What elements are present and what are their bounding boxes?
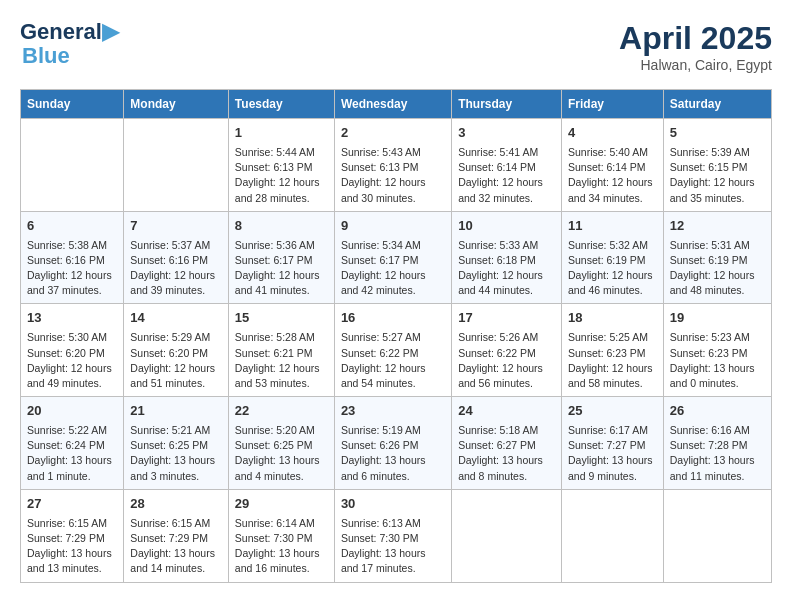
cell-sun-info: Sunrise: 5:30 AM Sunset: 6:20 PM Dayligh… [27,330,117,391]
calendar-cell: 22Sunrise: 5:20 AM Sunset: 6:25 PM Dayli… [228,397,334,490]
day-number: 23 [341,402,445,421]
calendar-cell: 20Sunrise: 5:22 AM Sunset: 6:24 PM Dayli… [21,397,124,490]
calendar-cell: 19Sunrise: 5:23 AM Sunset: 6:23 PM Dayli… [663,304,771,397]
calendar-cell: 28Sunrise: 6:15 AM Sunset: 7:29 PM Dayli… [124,489,229,582]
day-number: 13 [27,309,117,328]
calendar-cell: 5Sunrise: 5:39 AM Sunset: 6:15 PM Daylig… [663,119,771,212]
day-number: 30 [341,495,445,514]
calendar-cell [21,119,124,212]
cell-sun-info: Sunrise: 5:28 AM Sunset: 6:21 PM Dayligh… [235,330,328,391]
cell-sun-info: Sunrise: 5:40 AM Sunset: 6:14 PM Dayligh… [568,145,657,206]
cell-sun-info: Sunrise: 5:20 AM Sunset: 6:25 PM Dayligh… [235,423,328,484]
weekday-header: Wednesday [334,90,451,119]
cell-sun-info: Sunrise: 5:23 AM Sunset: 6:23 PM Dayligh… [670,330,765,391]
logo-blue: Blue [22,44,119,68]
calendar-cell [124,119,229,212]
cell-sun-info: Sunrise: 6:14 AM Sunset: 7:30 PM Dayligh… [235,516,328,577]
day-number: 1 [235,124,328,143]
calendar-cell: 11Sunrise: 5:32 AM Sunset: 6:19 PM Dayli… [561,211,663,304]
weekday-header: Sunday [21,90,124,119]
cell-sun-info: Sunrise: 5:32 AM Sunset: 6:19 PM Dayligh… [568,238,657,299]
calendar-cell: 27Sunrise: 6:15 AM Sunset: 7:29 PM Dayli… [21,489,124,582]
day-number: 28 [130,495,222,514]
day-number: 8 [235,217,328,236]
calendar-cell: 6Sunrise: 5:38 AM Sunset: 6:16 PM Daylig… [21,211,124,304]
weekday-header: Tuesday [228,90,334,119]
cell-sun-info: Sunrise: 5:18 AM Sunset: 6:27 PM Dayligh… [458,423,555,484]
calendar-cell: 12Sunrise: 5:31 AM Sunset: 6:19 PM Dayli… [663,211,771,304]
calendar-cell: 25Sunrise: 6:17 AM Sunset: 7:27 PM Dayli… [561,397,663,490]
cell-sun-info: Sunrise: 5:19 AM Sunset: 6:26 PM Dayligh… [341,423,445,484]
day-number: 19 [670,309,765,328]
calendar-cell: 13Sunrise: 5:30 AM Sunset: 6:20 PM Dayli… [21,304,124,397]
cell-sun-info: Sunrise: 5:26 AM Sunset: 6:22 PM Dayligh… [458,330,555,391]
day-number: 9 [341,217,445,236]
calendar-table: SundayMondayTuesdayWednesdayThursdayFrid… [20,89,772,583]
logo: General▶ Blue [20,20,119,68]
calendar-cell: 4Sunrise: 5:40 AM Sunset: 6:14 PM Daylig… [561,119,663,212]
calendar-cell [452,489,562,582]
calendar-cell: 1Sunrise: 5:44 AM Sunset: 6:13 PM Daylig… [228,119,334,212]
calendar-cell: 30Sunrise: 6:13 AM Sunset: 7:30 PM Dayli… [334,489,451,582]
calendar-cell: 8Sunrise: 5:36 AM Sunset: 6:17 PM Daylig… [228,211,334,304]
calendar-cell [561,489,663,582]
calendar-cell: 24Sunrise: 5:18 AM Sunset: 6:27 PM Dayli… [452,397,562,490]
location: Halwan, Cairo, Egypt [619,57,772,73]
weekday-header: Monday [124,90,229,119]
day-number: 10 [458,217,555,236]
day-number: 21 [130,402,222,421]
day-number: 11 [568,217,657,236]
calendar-week-row: 20Sunrise: 5:22 AM Sunset: 6:24 PM Dayli… [21,397,772,490]
day-number: 2 [341,124,445,143]
cell-sun-info: Sunrise: 6:15 AM Sunset: 7:29 PM Dayligh… [27,516,117,577]
calendar-cell: 2Sunrise: 5:43 AM Sunset: 6:13 PM Daylig… [334,119,451,212]
calendar-cell: 26Sunrise: 6:16 AM Sunset: 7:28 PM Dayli… [663,397,771,490]
calendar-cell: 10Sunrise: 5:33 AM Sunset: 6:18 PM Dayli… [452,211,562,304]
day-number: 16 [341,309,445,328]
cell-sun-info: Sunrise: 5:22 AM Sunset: 6:24 PM Dayligh… [27,423,117,484]
day-number: 14 [130,309,222,328]
calendar-cell [663,489,771,582]
day-number: 17 [458,309,555,328]
calendar-cell: 3Sunrise: 5:41 AM Sunset: 6:14 PM Daylig… [452,119,562,212]
day-number: 29 [235,495,328,514]
logo-text: General▶ [20,20,119,44]
day-number: 22 [235,402,328,421]
day-number: 5 [670,124,765,143]
weekday-header-row: SundayMondayTuesdayWednesdayThursdayFrid… [21,90,772,119]
cell-sun-info: Sunrise: 5:21 AM Sunset: 6:25 PM Dayligh… [130,423,222,484]
day-number: 7 [130,217,222,236]
day-number: 26 [670,402,765,421]
cell-sun-info: Sunrise: 5:41 AM Sunset: 6:14 PM Dayligh… [458,145,555,206]
cell-sun-info: Sunrise: 5:27 AM Sunset: 6:22 PM Dayligh… [341,330,445,391]
day-number: 25 [568,402,657,421]
day-number: 27 [27,495,117,514]
calendar-week-row: 13Sunrise: 5:30 AM Sunset: 6:20 PM Dayli… [21,304,772,397]
day-number: 24 [458,402,555,421]
cell-sun-info: Sunrise: 5:36 AM Sunset: 6:17 PM Dayligh… [235,238,328,299]
weekday-header: Saturday [663,90,771,119]
calendar-week-row: 27Sunrise: 6:15 AM Sunset: 7:29 PM Dayli… [21,489,772,582]
cell-sun-info: Sunrise: 5:43 AM Sunset: 6:13 PM Dayligh… [341,145,445,206]
calendar-cell: 29Sunrise: 6:14 AM Sunset: 7:30 PM Dayli… [228,489,334,582]
cell-sun-info: Sunrise: 6:17 AM Sunset: 7:27 PM Dayligh… [568,423,657,484]
calendar-cell: 23Sunrise: 5:19 AM Sunset: 6:26 PM Dayli… [334,397,451,490]
cell-sun-info: Sunrise: 5:44 AM Sunset: 6:13 PM Dayligh… [235,145,328,206]
calendar-week-row: 1Sunrise: 5:44 AM Sunset: 6:13 PM Daylig… [21,119,772,212]
day-number: 6 [27,217,117,236]
cell-sun-info: Sunrise: 6:16 AM Sunset: 7:28 PM Dayligh… [670,423,765,484]
calendar-cell: 15Sunrise: 5:28 AM Sunset: 6:21 PM Dayli… [228,304,334,397]
cell-sun-info: Sunrise: 5:39 AM Sunset: 6:15 PM Dayligh… [670,145,765,206]
cell-sun-info: Sunrise: 6:13 AM Sunset: 7:30 PM Dayligh… [341,516,445,577]
day-number: 18 [568,309,657,328]
cell-sun-info: Sunrise: 5:38 AM Sunset: 6:16 PM Dayligh… [27,238,117,299]
calendar-cell: 7Sunrise: 5:37 AM Sunset: 6:16 PM Daylig… [124,211,229,304]
cell-sun-info: Sunrise: 5:34 AM Sunset: 6:17 PM Dayligh… [341,238,445,299]
weekday-header: Friday [561,90,663,119]
cell-sun-info: Sunrise: 5:37 AM Sunset: 6:16 PM Dayligh… [130,238,222,299]
month-title: April 2025 [619,20,772,57]
page-header: General▶ Blue April 2025 Halwan, Cairo, … [20,20,772,73]
day-number: 15 [235,309,328,328]
cell-sun-info: Sunrise: 6:15 AM Sunset: 7:29 PM Dayligh… [130,516,222,577]
calendar-cell: 14Sunrise: 5:29 AM Sunset: 6:20 PM Dayli… [124,304,229,397]
